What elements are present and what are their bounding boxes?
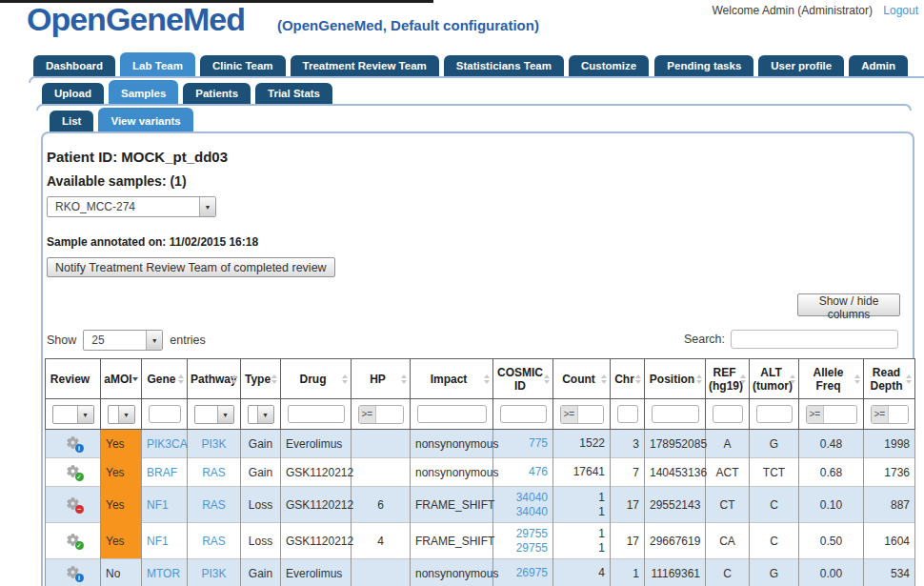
pathway-link[interactable]: PI3K <box>201 567 226 580</box>
filter-input-drug[interactable] <box>288 405 345 423</box>
column-header-allele-freq[interactable]: Allele Freq <box>799 359 864 399</box>
column-header-drug[interactable]: Drug <box>281 359 352 399</box>
tab-trial-stats[interactable]: Trial Stats <box>255 83 332 104</box>
cosmic-id-link[interactable]: 476 <box>498 465 548 479</box>
filter-input-alt-tumor[interactable] <box>756 405 793 423</box>
column-header-read-depth[interactable]: Read Depth <box>864 359 915 399</box>
tab-user-profile[interactable]: User profile <box>758 55 844 76</box>
tab-upload[interactable]: Upload <box>42 83 104 104</box>
column-header-gene[interactable]: Gene <box>142 359 188 399</box>
notify-review-team-button[interactable]: Notify Treatment Review Team of complete… <box>47 257 335 277</box>
review-info-badge: i <box>75 444 84 453</box>
chevron-down-icon[interactable]: ▼ <box>77 406 93 423</box>
gene-link[interactable]: MTOR <box>147 567 180 580</box>
column-header-chr[interactable]: Chr <box>611 359 645 399</box>
column-header-hp[interactable]: HP <box>352 359 411 399</box>
chevron-down-icon[interactable]: ▼ <box>257 406 273 423</box>
gene-link[interactable]: NF1 <box>147 535 169 548</box>
welcome-text: Welcome Admin (Administrator) <box>712 4 873 17</box>
filter-input-ref-hg19[interactable] <box>713 405 743 423</box>
column-header-pathway[interactable]: Pathway <box>188 359 241 399</box>
sort-icon <box>635 374 641 384</box>
tab-list[interactable]: List <box>50 111 93 131</box>
cosmic-id-link[interactable]: 775 <box>498 436 548 451</box>
filter-input-cosmic-id[interactable] <box>500 405 547 423</box>
gene-link[interactable]: BRAF <box>147 466 177 479</box>
filter-input-impact[interactable] <box>417 405 487 423</box>
filter-input-chr[interactable] <box>617 405 638 423</box>
tab-admin[interactable]: Admin <box>849 55 908 76</box>
tab-customize[interactable]: Customize <box>569 55 649 76</box>
review-approve-icon[interactable]: ✓ <box>65 533 82 548</box>
gene-link[interactable]: PIK3CA <box>147 437 188 451</box>
pathway-link[interactable]: RAS <box>202 535 226 548</box>
column-header-review[interactable]: Review <box>46 359 101 399</box>
filter-select-type[interactable]: ▼ <box>248 405 274 424</box>
filter-select-review[interactable]: ▼ <box>52 405 94 424</box>
cosmic-id-link[interactable]: 29755 <box>498 527 548 541</box>
column-header-type[interactable]: Type <box>241 359 281 399</box>
tab-samples[interactable]: Samples <box>109 80 178 104</box>
filter-cell-ref-hg19 <box>706 399 750 430</box>
cosmic-id-link[interactable]: 26975 <box>498 566 548 580</box>
column-header-cosmic-id[interactable]: COSMIC ID <box>493 359 553 399</box>
tab-clinic-team[interactable]: Clinic Team <box>200 55 286 76</box>
filter-input-count[interactable] <box>578 406 602 423</box>
sample-select[interactable]: RKO_MCC-274 ▼ <box>47 196 216 217</box>
filter-select-amoi[interactable]: ▼ <box>108 405 135 424</box>
cell-impact: FRAME_SHIFT <box>411 487 493 523</box>
pathway-link[interactable]: RAS <box>202 466 226 479</box>
filter-input-read-depth[interactable] <box>889 406 907 423</box>
tab-treatment-review-team[interactable]: Treatment Review Team <box>291 55 439 76</box>
column-header-alt-tumor[interactable]: ALT (tumor) <box>750 359 799 399</box>
column-header-position[interactable]: Position <box>645 359 706 399</box>
column-header-amoi[interactable]: aMOI <box>101 359 142 399</box>
search-input[interactable] <box>731 330 898 349</box>
tab-patients[interactable]: Patients <box>183 83 251 104</box>
pathway-link[interactable]: RAS <box>202 498 226 512</box>
show-hide-columns-button[interactable]: Show / hide columns <box>797 293 900 316</box>
cell-ref: C <box>706 559 750 586</box>
filter-input-allele-freq[interactable] <box>824 406 855 423</box>
cell-chr: 3 <box>611 430 645 458</box>
filter-input-gene[interactable] <box>149 405 181 423</box>
cell-alt: G <box>750 559 799 586</box>
filter-input-position[interactable] <box>652 405 699 423</box>
gene-link[interactable]: NF1 <box>147 498 169 512</box>
chevron-down-icon[interactable]: ▼ <box>146 331 162 350</box>
tab-lab-team[interactable]: Lab Team <box>120 52 195 76</box>
table-row: iNoMTORPI3KGainEverolimusnonsynonymous26… <box>46 559 915 586</box>
review-reject-icon[interactable]: − <box>65 496 82 512</box>
filter-input-hp[interactable] <box>376 406 402 423</box>
column-header-impact[interactable]: Impact <box>411 359 493 399</box>
column-header-label: Read Depth <box>871 366 903 393</box>
cell-review: ✓ <box>46 458 101 487</box>
chevron-down-icon[interactable]: ▼ <box>199 197 215 216</box>
chevron-down-icon[interactable]: ▼ <box>217 406 233 423</box>
column-header-ref-hg19[interactable]: REF (hg19) <box>706 359 750 399</box>
review-info-icon[interactable]: i <box>65 565 82 580</box>
cell-review: i <box>46 559 101 586</box>
cosmic-id-link[interactable]: 29755 <box>498 541 548 556</box>
cell-gene: MTOR <box>142 559 188 586</box>
cell-alt: G <box>750 430 799 458</box>
cosmic-id-link[interactable]: 34040 <box>498 505 548 519</box>
entries-select[interactable]: 25 ▼ <box>83 330 163 351</box>
filter-select-pathway[interactable]: ▼ <box>194 405 234 424</box>
tab-dashboard[interactable]: Dashboard <box>33 55 115 76</box>
review-info-icon[interactable]: i <box>65 435 82 451</box>
cell-cosmic: 3404034040 <box>493 487 553 523</box>
tab-view-variants[interactable]: View variants <box>98 108 192 131</box>
cell-type: Gain <box>241 430 281 458</box>
app-subtitle: (OpenGeneMed, Default configuration) <box>277 17 539 33</box>
user-session-bar: Welcome Admin (Administrator) Logout <box>712 4 918 17</box>
chevron-down-icon[interactable]: ▼ <box>118 406 134 423</box>
tab-pending-tasks[interactable]: Pending tasks <box>654 55 753 76</box>
pathway-link[interactable]: PI3K <box>201 437 226 451</box>
cosmic-id-link[interactable]: 34040 <box>498 491 548 505</box>
tab-statisticians-team[interactable]: Statisticians Team <box>444 55 564 76</box>
cell-ref: ACT <box>706 458 750 487</box>
column-header-count[interactable]: Count <box>553 359 611 399</box>
logout-link[interactable]: Logout <box>883 4 918 17</box>
review-approve-icon[interactable]: ✓ <box>65 464 82 479</box>
